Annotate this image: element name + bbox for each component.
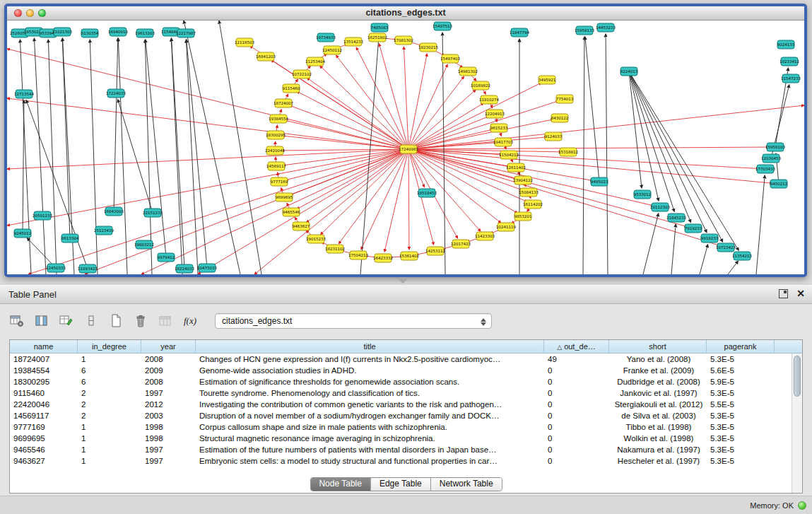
graph-edge[interactable]: [606, 34, 608, 274]
new-file-button[interactable]: [106, 312, 126, 330]
graph-node[interactable]: 8430122: [551, 114, 569, 122]
graph-node[interactable]: 10241119: [496, 223, 516, 231]
graph-node[interactable]: 19384554: [269, 115, 288, 123]
graph-node[interactable]: 18230215: [418, 43, 438, 52]
graph-node[interactable]: 20591233: [33, 211, 52, 220]
graph-node[interactable]: 9124033: [545, 132, 563, 141]
graph-node[interactable]: 15497513: [433, 22, 452, 30]
cell-out_degree[interactable]: 0: [544, 399, 609, 410]
cell-year[interactable]: 1998: [141, 421, 196, 433]
cell-name[interactable]: 19384554: [10, 365, 78, 376]
graph-edge[interactable]: [629, 71, 739, 250]
graph-node[interactable]: 3495921: [539, 76, 556, 84]
graph-node[interactable]: 19734933: [316, 33, 336, 42]
cell-in_degree[interactable]: 6: [78, 376, 141, 387]
scrollbar-thumb[interactable]: [794, 356, 801, 397]
cell-pagerank[interactable]: 5.3E-5: [707, 354, 775, 365]
graph-edge[interactable]: [404, 47, 408, 149]
graph-node[interactable]: 14569117: [266, 162, 286, 170]
graph-edge[interactable]: [756, 175, 765, 274]
graph-edge[interactable]: [90, 40, 98, 274]
cell-short[interactable]: Dudbridge et al. (2008): [609, 376, 707, 387]
graph-node[interactable]: 9777169: [271, 177, 288, 186]
rows-button[interactable]: [81, 312, 101, 330]
graph-edge[interactable]: [297, 149, 408, 209]
graph-edge[interactable]: [408, 149, 409, 250]
graph-edge[interactable]: [62, 38, 70, 238]
graph-edge[interactable]: [286, 149, 408, 180]
graph-node[interactable]: 9463627: [293, 222, 310, 230]
table-row[interactable]: 946362711997Embryonic stem cells: a mode…: [10, 455, 792, 467]
cell-out_degree[interactable]: 0: [544, 376, 609, 387]
graph-node[interactable]: 9465546: [283, 208, 300, 216]
cell-short[interactable]: Nakamura et al. (1997): [609, 444, 707, 455]
cell-in_degree[interactable]: 2: [78, 410, 141, 421]
graph-node[interactable]: 10475033: [197, 264, 217, 272]
cell-in_degree[interactable]: 1: [78, 444, 141, 455]
graph-edge[interactable]: [360, 34, 379, 274]
graph-node[interactable]: 16841203: [256, 52, 276, 61]
cell-short[interactable]: Wolkin et al. (1998): [609, 433, 707, 444]
graph-node[interactable]: 9699695: [276, 193, 293, 201]
graph-node[interactable]: 17703433: [755, 165, 775, 173]
graph-node[interactable]: 12450333: [46, 264, 66, 272]
cell-title[interactable]: Investigating the contribution of common…: [196, 399, 544, 410]
graph-node[interactable]: 14981302: [458, 67, 478, 76]
cell-out_degree[interactable]: 0: [544, 433, 609, 444]
cell-out_degree[interactable]: 0: [544, 410, 609, 421]
graph-node[interactable]: 9615233: [490, 124, 508, 132]
cell-in_degree[interactable]: 1: [78, 354, 141, 365]
graph-node[interactable]: 14453233: [596, 23, 616, 32]
cell-name[interactable]: 9115460: [10, 387, 78, 399]
cell-out_degree[interactable]: 0: [544, 444, 609, 455]
cell-year[interactable]: 2009: [141, 365, 196, 376]
table-row[interactable]: 911546021997Tourette syndrome. Phenomeno…: [10, 387, 792, 399]
graph-node[interactable]: 15361402: [399, 252, 419, 260]
graph-node[interactable]: 15958133: [575, 26, 594, 35]
table-row[interactable]: 1830029562008Estimation of significance …: [10, 376, 792, 387]
graph-node[interactable]: 12116503: [235, 38, 254, 47]
graph-edge[interactable]: [384, 149, 408, 252]
cell-pagerank[interactable]: 5.9E-5: [707, 376, 775, 387]
graph-node[interactable]: 11847794: [510, 28, 529, 37]
graph-edge[interactable]: [408, 149, 501, 223]
graph-node[interactable]: 9115460: [283, 84, 300, 93]
graph-edge[interactable]: [583, 37, 584, 274]
cell-year[interactable]: 1998: [141, 433, 196, 444]
graph-edge[interactable]: [356, 47, 408, 149]
graph-edge[interactable]: [408, 149, 687, 227]
graph-node[interactable]: 19803212: [134, 240, 154, 249]
cell-short[interactable]: Stergiakouli et al. (2012): [609, 399, 707, 410]
graph-node[interactable]: 18300295: [266, 131, 286, 139]
graph-edge[interactable]: [442, 33, 445, 274]
cell-name[interactable]: 9463627: [10, 455, 78, 467]
graph-node[interactable]: 20112303: [650, 203, 670, 211]
graph-edge[interactable]: [671, 224, 676, 274]
graph-node[interactable]: 19613203: [135, 29, 155, 37]
graph-node[interactable]: 22151233: [143, 209, 163, 217]
graph-edge[interactable]: [336, 55, 408, 149]
cell-out_degree[interactable]: 0: [544, 421, 609, 433]
graph-edge[interactable]: [629, 71, 691, 223]
graph-edge[interactable]: [118, 38, 127, 274]
graph-node[interactable]: 18518453: [417, 189, 437, 197]
cell-title[interactable]: Embryonic stem cells: a model to study s…: [196, 455, 544, 467]
graph-edge[interactable]: [20, 40, 31, 274]
graph-node[interactable]: 11810274: [479, 95, 499, 104]
graph-edge[interactable]: [285, 120, 408, 149]
cell-pagerank[interactable]: 5.3E-5: [707, 410, 775, 421]
graph-node[interactable]: 8224013: [620, 67, 638, 76]
table-row[interactable]: 946554611997Estimation of the future num…: [10, 444, 792, 455]
cell-short[interactable]: Jankovic et al. (1997): [609, 387, 707, 399]
cell-year[interactable]: 1997: [141, 387, 196, 399]
cell-year[interactable]: 1997: [141, 444, 196, 455]
table-row[interactable]: 1938455462009Genome-wide association stu…: [10, 365, 792, 376]
table-row[interactable]: 969969511998Structural magnetic resonanc…: [10, 433, 792, 444]
float-panel-icon[interactable]: [779, 289, 788, 298]
graph-node[interactable]: 21845233: [666, 214, 686, 222]
graph-edge[interactable]: [408, 101, 558, 149]
graph-node[interactable]: 15084133: [519, 188, 539, 197]
graph-node[interactable]: 19015233: [306, 235, 326, 243]
graph-node[interactable]: 7754013: [556, 95, 574, 103]
cell-short[interactable]: Tibbo et al. (1998): [609, 421, 707, 433]
